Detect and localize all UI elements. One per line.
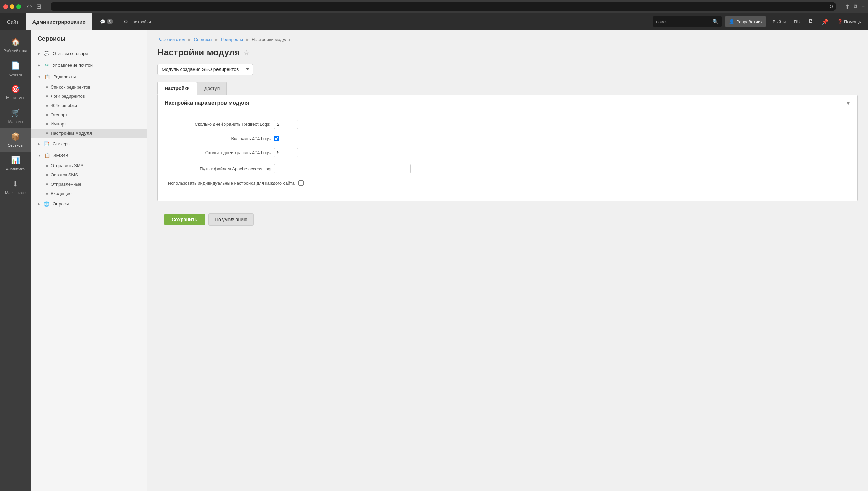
marketing-icon: 🎯 (11, 85, 20, 94)
window-icon[interactable]: ⧉ (854, 3, 857, 10)
sidebar-item-marketing[interactable]: 🎯 Маркетинг (0, 81, 31, 104)
user-button[interactable]: 👤 Разработчик (725, 16, 766, 27)
tab-settings[interactable]: Настройки (157, 82, 197, 95)
menu-item-redirects[interactable]: ▼ 📋 Редиректы (31, 71, 147, 82)
desktop-icon: 🏠 (11, 38, 20, 47)
menu-reviews-label: Отзывы о товаре (53, 51, 88, 56)
traffic-lights (3, 4, 21, 9)
favorite-icon[interactable]: ☆ (243, 49, 249, 57)
shop-icon: 🛒 (11, 109, 20, 118)
tab-admin[interactable]: Администрирование (26, 13, 92, 30)
form-row-enable-404-logs: Включить 404 Logs (168, 136, 847, 141)
card-header[interactable]: Настройка параметров модуля ▼ (158, 95, 857, 111)
sidebar-toggle-icon[interactable]: ⊟ (36, 3, 41, 10)
nav-arrows: ‹ › (27, 3, 32, 10)
input-404-logs-days[interactable] (274, 148, 298, 157)
default-button[interactable]: По умолчанию (208, 213, 254, 226)
services-icon: 📦 (11, 132, 20, 141)
save-button[interactable]: Сохранить (164, 214, 205, 225)
sub-send-sms-label: Отправить SMS (51, 163, 83, 168)
tl-green[interactable] (16, 4, 21, 9)
share-icon[interactable]: ⬆ (845, 3, 850, 10)
sub-item-redirect-logs[interactable]: Логи редиректов (31, 92, 147, 101)
sidebar-item-desktop[interactable]: 🏠 Рабочий стол (0, 34, 31, 57)
sub-dot-icon10 (46, 193, 48, 195)
sub-export-label: Экспорт (51, 112, 67, 117)
input-apache-access-log[interactable] (274, 164, 411, 173)
breadcrumb-desktop[interactable]: Рабочий стол (157, 37, 185, 42)
menu-item-stickers[interactable]: ▶ 📑 Стикеры (31, 138, 147, 149)
title-bar: ‹ › ⊟ ↻ ⬆ ⧉ + (0, 0, 868, 13)
label-apache-access-log: Путь к файлам Apache access_log (168, 166, 271, 171)
module-select-wrap: Модуль создания SEO редиректов (157, 64, 858, 75)
sub-module-settings-label: Настройки модуля (51, 131, 92, 136)
menu-item-sms4b[interactable]: ▼ 📋 SMS4B (31, 149, 147, 161)
sidebar-item-content[interactable]: 📄 Контент (0, 57, 31, 81)
refresh-icon[interactable]: ↻ (829, 4, 833, 9)
help-button[interactable]: ❓ Помощь (834, 19, 865, 24)
menu-item-reviews[interactable]: ▶ 💬 Отзывы о товаре (31, 48, 147, 59)
sub-redirect-logs-label: Логи редиректов (51, 94, 85, 99)
label-404-logs-days: Сколько дней хранить 404 Logs (168, 150, 271, 155)
input-redirect-logs-days[interactable] (274, 120, 298, 129)
notifications-button[interactable]: 💬 5 (96, 13, 117, 30)
form-row-redirect-logs-days: Сколько дней хранить Redirect Logs: (168, 120, 847, 129)
monitor-icon[interactable]: 🖥 (805, 18, 816, 25)
breadcrumb-services[interactable]: Сервисы (194, 37, 212, 42)
sidebar-item-shop[interactable]: 🛒 Магазин (0, 105, 31, 128)
sub-item-sms-balance[interactable]: Остаток SMS (31, 170, 147, 180)
tab-site[interactable]: Сайт (0, 13, 26, 30)
menu-stickers-label: Стикеры (53, 141, 70, 146)
sub-item-404-errors[interactable]: 404s ошибки (31, 101, 147, 110)
search-box[interactable]: 🔍 (653, 16, 722, 27)
reviews-icon: 💬 (43, 50, 50, 57)
top-nav: Сайт Администрирование 💬 5 ⚙ Настройки 🔍… (0, 13, 868, 30)
tl-yellow[interactable] (10, 4, 14, 9)
chevron-right-icon2: ▶ (38, 63, 40, 67)
sidebar-item-marketplace[interactable]: ⬇ Marketplace (0, 175, 31, 199)
form-row-apache-access-log: Путь к файлам Apache access_log (168, 164, 847, 173)
sub-item-redirect-list[interactable]: Список редиректов (31, 82, 147, 92)
settings-icon: ⚙ (124, 19, 128, 24)
sidebar-content-label: Контент (9, 72, 23, 77)
lang-button[interactable]: RU (792, 19, 802, 24)
url-bar[interactable]: ↻ (51, 2, 836, 11)
content-area: Рабочий стол ▶ Сервисы ▶ Редиректы ▶ Нас… (147, 30, 868, 491)
pin-icon[interactable]: 📌 (819, 18, 831, 25)
sub-item-module-settings[interactable]: Настройки модуля (31, 129, 147, 138)
sidebar-analytics-label: Аналитика (6, 167, 25, 171)
analytics-icon: 📊 (11, 156, 20, 165)
left-panel-title: Сервисы (31, 35, 147, 48)
nav-back-button[interactable]: ‹ (27, 3, 29, 10)
checkbox-individual-settings[interactable] (298, 180, 304, 186)
tl-red[interactable] (3, 4, 8, 9)
menu-item-mail[interactable]: ▶ ✉ Управление почтой (31, 59, 147, 71)
menu-sms4b-label: SMS4B (53, 153, 68, 158)
sidebar-desktop-label: Рабочий стол (3, 49, 27, 53)
page-title: Настройки модуля ☆ (157, 47, 858, 58)
sub-item-sms-inbox[interactable]: Входящие (31, 189, 147, 198)
module-select[interactable]: Модуль создания SEO редиректов (157, 64, 253, 75)
menu-redirects-label: Редиректы (53, 74, 76, 79)
checkbox-enable-404-logs[interactable] (274, 136, 279, 141)
sub-item-export[interactable]: Экспорт (31, 110, 147, 119)
sub-redirect-list-label: Список редиректов (51, 84, 90, 90)
logout-button[interactable]: Выйти (769, 19, 789, 24)
tab-access[interactable]: Доступ (197, 82, 227, 95)
left-panel: Сервисы ▶ 💬 Отзывы о товаре ▶ ✉ Управлен… (31, 30, 147, 491)
sub-item-import[interactable]: Импорт (31, 119, 147, 129)
nav-forward-button[interactable]: › (30, 3, 32, 10)
plus-icon[interactable]: + (862, 3, 865, 10)
settings-nav-button[interactable]: ⚙ Настройки (120, 13, 155, 30)
sidebar-item-services[interactable]: 📦 Сервисы (0, 128, 31, 152)
sub-item-send-sms[interactable]: Отправить SMS (31, 161, 147, 170)
breadcrumb-sep2: ▶ (215, 37, 218, 42)
menu-item-polls[interactable]: ▶ 🌐 Опросы (31, 198, 147, 210)
sub-item-sms-sent[interactable]: Отправленные (31, 180, 147, 189)
mail-icon: ✉ (43, 62, 50, 68)
breadcrumb-redirects[interactable]: Редиректы (221, 37, 243, 42)
sidebar-item-analytics[interactable]: 📊 Аналитика (0, 152, 31, 175)
breadcrumb-sep3: ▶ (246, 37, 249, 42)
search-input[interactable] (656, 19, 711, 24)
sub-dot-icon (46, 86, 48, 88)
